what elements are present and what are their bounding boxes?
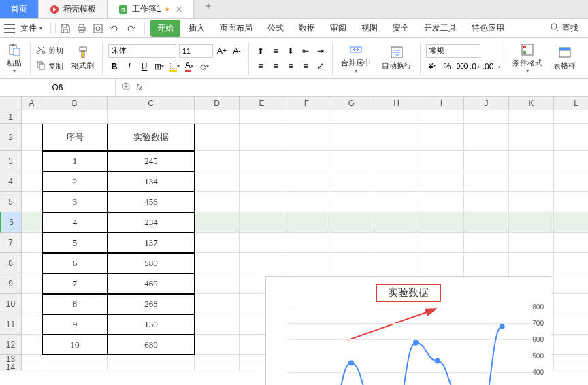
row-header[interactable]: 2	[0, 124, 22, 151]
cell[interactable]	[195, 110, 240, 124]
align-center-button[interactable]: ≡	[270, 60, 282, 72]
table-header-cell[interactable]: 实验数据	[108, 124, 195, 151]
cell[interactable]	[329, 233, 374, 253]
column-header[interactable]: D	[195, 97, 240, 110]
cell[interactable]	[509, 253, 554, 273]
cell[interactable]	[240, 233, 284, 253]
ribbon-tab-pagelayout[interactable]: 页面布局	[213, 20, 259, 37]
table-style-button[interactable]: 表格样	[551, 44, 578, 72]
redo-icon[interactable]	[125, 23, 136, 34]
cell[interactable]	[374, 192, 419, 212]
cell[interactable]	[374, 233, 419, 253]
cell[interactable]	[108, 110, 195, 124]
cell[interactable]	[22, 124, 42, 151]
cell[interactable]	[240, 124, 284, 151]
cell[interactable]	[464, 124, 509, 151]
table-data-cell[interactable]: 469	[108, 273, 195, 294]
cell[interactable]	[195, 233, 240, 253]
cell[interactable]	[195, 124, 240, 151]
bold-button[interactable]: B	[108, 61, 120, 73]
cell[interactable]	[509, 233, 554, 253]
cut-button[interactable]: 剪切	[48, 46, 63, 56]
cell[interactable]	[22, 273, 42, 294]
cell[interactable]	[554, 212, 588, 233]
table-data-cell[interactable]: 9	[42, 314, 108, 335]
conditional-format-button[interactable]: 条件格式▾	[510, 41, 545, 76]
cell[interactable]	[284, 212, 329, 233]
ribbon-tab-data[interactable]: 数据	[292, 20, 322, 37]
row-header[interactable]: 12	[0, 335, 22, 355]
cell[interactable]	[195, 171, 240, 192]
cell[interactable]	[22, 355, 42, 363]
cell[interactable]	[554, 335, 588, 355]
increase-decimal-button[interactable]: .00→	[486, 61, 498, 73]
decrease-font-button[interactable]: A-	[231, 45, 243, 57]
percent-button[interactable]: %	[441, 61, 453, 73]
table-data-cell[interactable]: 4	[42, 212, 108, 233]
cell[interactable]	[374, 253, 419, 273]
table-data-cell[interactable]: 6	[42, 253, 108, 273]
clear-format-button[interactable]: ◇▾	[198, 61, 210, 73]
ribbon-tab-review[interactable]: 审阅	[323, 20, 353, 37]
cell[interactable]	[22, 171, 42, 192]
decrease-decimal-button[interactable]: .0←	[471, 61, 483, 73]
cell[interactable]	[554, 110, 588, 124]
cell[interactable]	[284, 192, 329, 212]
border-button[interactable]: ⊞▾	[153, 61, 165, 73]
cell[interactable]	[329, 253, 374, 273]
cell[interactable]	[554, 253, 588, 273]
font-family-select[interactable]	[108, 44, 176, 58]
align-bottom-button[interactable]: ⬇	[284, 45, 297, 57]
hamburger-icon[interactable]	[4, 24, 15, 33]
tab-workbook[interactable]: S 工作簿1 • ✕	[108, 0, 194, 18]
name-box[interactable]	[0, 79, 116, 96]
cell[interactable]	[195, 335, 240, 355]
cell[interactable]	[554, 124, 588, 151]
search-button[interactable]: 查找	[544, 22, 584, 34]
cell[interactable]	[329, 192, 374, 212]
cell[interactable]	[108, 363, 195, 371]
table-data-cell[interactable]: 456	[108, 192, 195, 212]
column-header[interactable]: I	[419, 97, 464, 110]
cell[interactable]	[329, 171, 374, 192]
print-preview-icon[interactable]	[93, 23, 103, 34]
column-header[interactable]: E	[240, 97, 284, 110]
cell[interactable]	[464, 171, 509, 192]
cell[interactable]	[108, 355, 195, 363]
cell[interactable]	[509, 171, 554, 192]
row-header[interactable]: 3	[0, 151, 22, 171]
cell[interactable]	[42, 355, 108, 363]
table-data-cell[interactable]: 3	[42, 192, 108, 212]
cell[interactable]	[464, 110, 509, 124]
cell[interactable]	[419, 192, 464, 212]
cell[interactable]	[284, 124, 329, 151]
currency-button[interactable]: ¥▾	[426, 61, 438, 73]
increase-font-button[interactable]: A+	[216, 45, 228, 57]
fx-icon[interactable]: fx	[136, 83, 142, 93]
column-header[interactable]: G	[329, 97, 374, 110]
row-header[interactable]: 9	[0, 273, 22, 294]
cell[interactable]	[329, 151, 374, 171]
cell[interactable]	[554, 314, 588, 335]
cell[interactable]	[374, 171, 419, 192]
cell[interactable]	[240, 212, 284, 233]
cell[interactable]	[22, 363, 42, 371]
row-header[interactable]: 4	[0, 171, 22, 192]
underline-button[interactable]: U	[138, 61, 150, 73]
font-color-button[interactable]: A▾	[183, 61, 195, 73]
ribbon-tab-start[interactable]: 开始	[150, 20, 180, 37]
cell[interactable]	[329, 212, 374, 233]
cell[interactable]	[329, 124, 374, 151]
cell[interactable]	[554, 363, 588, 371]
table-data-cell[interactable]: 234	[108, 212, 195, 233]
cell[interactable]	[195, 212, 240, 233]
cell[interactable]	[464, 151, 509, 171]
column-header[interactable]: L	[554, 97, 588, 110]
cell[interactable]	[374, 124, 419, 151]
cell[interactable]	[240, 171, 284, 192]
grid[interactable]: ABCDEFGHIJKL 1234567891011121314 序号实验数据1…	[0, 97, 588, 385]
name-box-input[interactable]	[5, 83, 110, 93]
align-justify-button[interactable]: ≡	[299, 60, 312, 72]
cell[interactable]	[509, 124, 554, 151]
indent-decrease-button[interactable]: ⇤	[299, 45, 312, 57]
